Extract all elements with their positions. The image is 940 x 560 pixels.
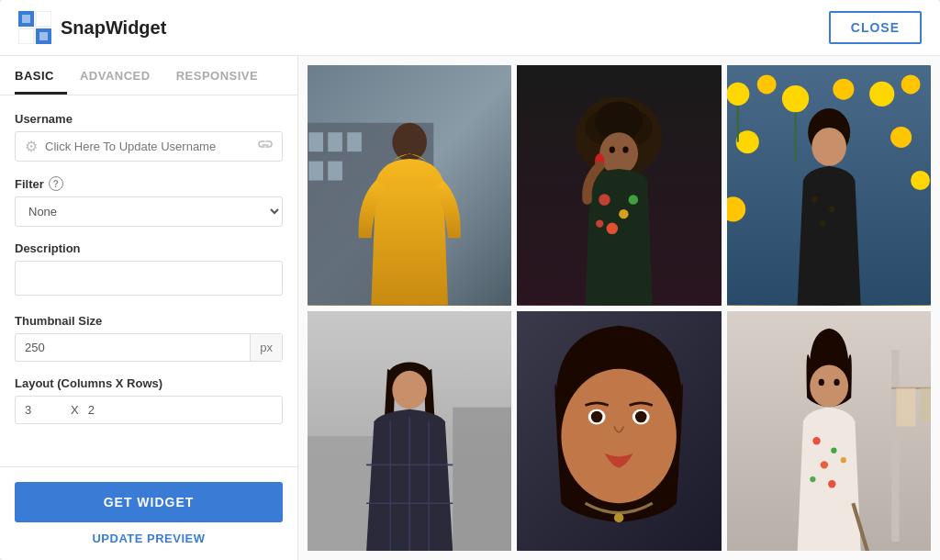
photo-5 [517,311,721,552]
svg-point-22 [623,146,629,152]
svg-point-32 [833,79,854,100]
layout-group: Layout (Columns X Rows) X [15,376,283,424]
layout-wrap: X [15,396,283,424]
svg-rect-10 [347,132,362,151]
svg-rect-48 [308,435,376,551]
svg-point-37 [911,171,930,190]
svg-point-29 [727,83,749,106]
svg-point-58 [562,368,677,502]
svg-rect-11 [308,162,323,181]
snap-widget-modal: SnapWidget CLOSE BASIC ADVANCED RESPONSI… [0,0,940,560]
svg-rect-8 [308,132,323,151]
svg-rect-9 [328,132,342,151]
svg-point-77 [828,480,835,487]
snap-widget-logo-icon [18,11,51,44]
svg-point-31 [782,85,809,112]
logo-text: SnapWidget [61,17,166,39]
header: SnapWidget CLOSE [0,0,940,56]
thumbnail-size-group: Thumbnail Size px [15,314,283,362]
left-panel: BASIC ADVANCED RESPONSIVE Username ⚙ [0,56,298,560]
svg-point-75 [840,456,845,462]
thumbnail-size-wrap: px [15,333,283,362]
svg-point-13 [392,123,427,162]
svg-rect-1 [36,11,51,27]
svg-point-33 [869,82,894,106]
px-unit-label: px [250,334,282,361]
svg-rect-68 [920,387,931,421]
svg-point-76 [810,476,815,481]
description-group: Description [15,241,283,299]
filter-label: Filter ? [15,176,283,191]
svg-point-25 [607,223,619,235]
svg-point-62 [635,410,647,422]
bottom-actions: GET WIDGET UPDATE PREVIEW [0,466,297,560]
get-widget-button[interactable]: GET WIDGET [15,482,283,522]
svg-point-34 [901,74,920,94]
svg-point-43 [811,196,817,202]
username-input-wrap: ⚙ [15,131,283,162]
svg-rect-2 [18,28,34,44]
svg-rect-4 [22,15,30,23]
layout-x-label: X [71,403,79,417]
svg-point-71 [834,378,839,385]
photo-3 [727,65,931,306]
svg-rect-67 [896,387,915,426]
username-label: Username [15,112,283,126]
description-input[interactable] [15,261,283,296]
filter-help-icon: ? [49,176,63,191]
tab-responsive[interactable]: RESPONSIVE [176,56,272,95]
layout-rows-input[interactable] [88,403,125,417]
svg-rect-65 [891,349,899,541]
svg-point-72 [812,437,820,444]
svg-point-63 [614,512,623,521]
update-preview-link[interactable]: UPDATE PREVIEW [15,532,283,545]
body: BASIC ADVANCED RESPONSIVE Username ⚙ [0,56,940,560]
svg-point-69 [810,364,848,407]
logo: SnapWidget [18,11,166,44]
svg-point-74 [820,461,827,468]
form-area: Username ⚙ Filter [0,95,297,466]
at-icon: ⚙ [25,138,38,155]
layout-label: Layout (Columns X Rows) [15,376,283,390]
svg-point-27 [596,219,603,227]
layout-columns-input[interactable] [25,403,62,417]
photo-6 [727,311,931,552]
svg-point-51 [392,370,427,409]
username-input[interactable] [45,140,251,153]
svg-point-26 [629,195,638,204]
svg-point-19 [600,132,639,174]
tabs: BASIC ADVANCED RESPONSIVE [0,56,297,95]
svg-rect-49 [453,407,511,551]
svg-rect-12 [328,162,342,181]
photo-1 [308,65,511,306]
right-panel [298,56,940,560]
thumbnail-size-label: Thumbnail Size [15,314,283,328]
svg-rect-5 [39,32,48,40]
filter-select[interactable]: None Clarendon Gingham Moon Lark Reyes [15,196,283,227]
svg-point-45 [819,220,824,226]
photo-grid [308,65,931,551]
svg-point-44 [829,207,834,212]
svg-point-21 [610,146,615,152]
close-button[interactable]: CLOSE [829,11,922,44]
tab-advanced[interactable]: ADVANCED [80,56,163,95]
link-icon[interactable] [258,138,273,155]
svg-point-60 [591,410,603,422]
tab-basic[interactable]: BASIC [15,56,67,95]
description-label: Description [15,241,283,255]
svg-point-42 [811,128,846,166]
username-group: Username ⚙ [15,112,283,162]
svg-point-23 [599,194,611,206]
svg-point-70 [818,378,823,385]
svg-point-36 [890,127,912,148]
filter-group: Filter ? None Clarendon Gingham Moon Lar… [15,176,283,227]
svg-point-73 [831,447,836,453]
photo-4 [308,311,511,552]
svg-point-30 [756,74,776,94]
svg-point-24 [619,209,628,218]
svg-point-35 [735,130,758,153]
photo-2 [517,65,721,306]
thumbnail-size-input[interactable] [16,334,250,361]
